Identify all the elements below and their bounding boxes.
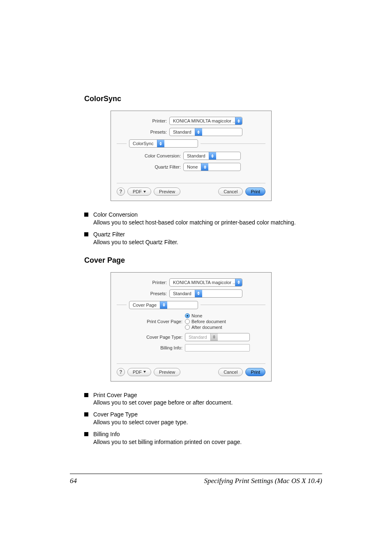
- bullet-title: Quartz Filter: [93, 231, 343, 238]
- bullet-title: Billing Info: [93, 430, 343, 438]
- pane-value: ColorSync: [129, 141, 157, 146]
- cancel-button[interactable]: Cancel: [218, 368, 243, 376]
- bullet-desc: Allows you to set cover page before or a…: [93, 399, 343, 407]
- quartz-filter-value: None: [184, 164, 201, 169]
- bullet-desc: Allows you to set billing information pr…: [93, 438, 343, 446]
- footer-rule: [70, 474, 322, 474]
- radio-label: After document: [191, 325, 222, 330]
- bullet-desc: Allows you to select host-based color ma…: [93, 219, 343, 227]
- presets-value: Standard: [170, 291, 195, 296]
- preview-button[interactable]: Preview: [154, 187, 180, 196]
- preview-label: Preview: [159, 370, 175, 375]
- presets-select[interactable]: Standard: [169, 128, 242, 136]
- select-arrow-icon: [235, 279, 242, 286]
- cover-page-type-select: Standard: [185, 333, 250, 341]
- bullet-title: Color Conversion: [93, 211, 343, 219]
- print-label: Print: [251, 189, 260, 194]
- print-label: Print: [251, 370, 260, 375]
- select-arrow-icon: [201, 163, 208, 171]
- color-conversion-value: Standard: [184, 153, 209, 158]
- presets-select[interactable]: Standard: [169, 289, 242, 298]
- quartz-filter-select[interactable]: None: [183, 163, 241, 171]
- preview-label: Preview: [159, 189, 175, 194]
- radio-before[interactable]: Before document: [185, 319, 226, 324]
- page-number: 64: [70, 477, 77, 485]
- colorsync-bullet-list: Color Conversion Allows you to select ho…: [84, 211, 343, 246]
- section-heading-coverpage: Cover Page: [84, 256, 343, 265]
- billing-info-label: Billing Info:: [119, 345, 185, 350]
- list-item: Print Cover Page Allows you to set cover…: [84, 391, 343, 407]
- bullet-title: Cover Page Type: [93, 411, 343, 419]
- caret-down-icon: [143, 191, 146, 193]
- bullet-desc: Allows you to select cover page type.: [93, 419, 343, 426]
- radio-icon: [185, 325, 190, 330]
- footer-title: Specifying Print Settings (Mac OS X 10.4…: [204, 477, 322, 485]
- help-button[interactable]: ?: [117, 368, 125, 376]
- select-arrow-icon: [209, 152, 216, 160]
- cover-page-type-label: Cover Page Type:: [119, 335, 185, 340]
- list-item: Billing Info Allows you to set billing i…: [84, 430, 343, 446]
- cover-page-type-value: Standard: [185, 335, 210, 340]
- cancel-label: Cancel: [224, 189, 238, 194]
- radio-icon: [185, 313, 190, 318]
- select-arrow-icon: [157, 140, 164, 147]
- select-arrow-icon: [210, 333, 218, 341]
- preview-button[interactable]: Preview: [154, 368, 180, 376]
- pane-select[interactable]: Cover Page: [129, 301, 198, 309]
- question-icon: ?: [119, 369, 122, 375]
- printer-value: KONICA MINOLTA magicolor ...: [170, 280, 235, 285]
- list-item: Color Conversion Allows you to select ho…: [84, 211, 343, 227]
- bullet-desc: Allows you to select Quartz Filter.: [93, 238, 343, 246]
- list-item: Quartz Filter Allows you to select Quart…: [84, 231, 343, 246]
- radio-label: Before document: [191, 319, 226, 324]
- coverpage-dialog: Printer: KONICA MINOLTA magicolor ... Pr…: [111, 272, 272, 382]
- pdf-menu-button[interactable]: PDF: [127, 368, 151, 376]
- select-arrow-icon: [235, 117, 242, 125]
- question-icon: ?: [119, 189, 122, 194]
- help-button[interactable]: ?: [117, 187, 125, 196]
- list-item: Cover Page Type Allows you to select cov…: [84, 411, 343, 426]
- caret-down-icon: [143, 371, 146, 373]
- presets-value: Standard: [170, 130, 195, 134]
- color-conversion-label: Color Conversion:: [119, 153, 183, 158]
- radio-none[interactable]: None: [185, 313, 226, 318]
- cancel-label: Cancel: [224, 370, 238, 375]
- color-conversion-select[interactable]: Standard: [183, 152, 241, 160]
- pane-select[interactable]: ColorSync: [129, 139, 198, 148]
- radio-label: None: [191, 313, 202, 318]
- bullet-title: Print Cover Page: [93, 391, 343, 399]
- presets-label: Presets:: [117, 291, 169, 296]
- coverpage-bullet-list: Print Cover Page Allows you to set cover…: [84, 391, 343, 446]
- printer-label: Printer:: [117, 118, 169, 123]
- print-button[interactable]: Print: [245, 368, 265, 376]
- presets-label: Presets:: [117, 130, 169, 134]
- printer-value: KONICA MINOLTA magicolor ...: [170, 118, 235, 123]
- radio-after[interactable]: After document: [185, 325, 226, 330]
- quartz-filter-label: Quartz Filter:: [119, 164, 183, 169]
- select-arrow-icon: [160, 301, 167, 309]
- billing-info-input[interactable]: [185, 344, 250, 352]
- pdf-menu-button[interactable]: PDF: [127, 187, 151, 196]
- pdf-label: PDF: [133, 370, 142, 375]
- printer-select[interactable]: KONICA MINOLTA magicolor ...: [169, 278, 242, 287]
- section-heading-colorsync: ColorSync: [84, 95, 343, 103]
- print-button[interactable]: Print: [245, 187, 265, 196]
- printer-select[interactable]: KONICA MINOLTA magicolor ...: [169, 117, 242, 125]
- print-cover-page-label: Print Cover Page:: [119, 319, 185, 324]
- select-arrow-icon: [195, 290, 202, 297]
- radio-icon: [185, 319, 190, 324]
- pane-value: Cover Page: [129, 303, 160, 308]
- pdf-label: PDF: [133, 189, 142, 194]
- cancel-button[interactable]: Cancel: [218, 187, 243, 196]
- select-arrow-icon: [195, 128, 202, 136]
- printer-label: Printer:: [117, 280, 169, 285]
- colorsync-dialog: Printer: KONICA MINOLTA magicolor ... Pr…: [111, 111, 272, 201]
